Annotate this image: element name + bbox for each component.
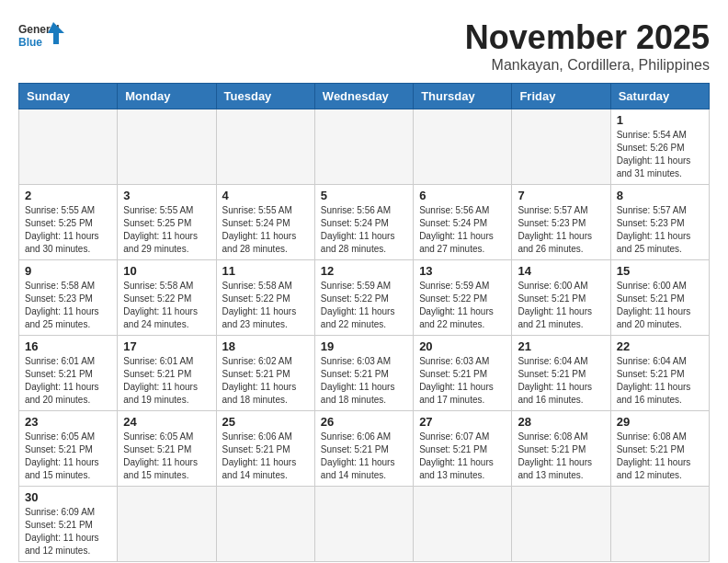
day-content: Sunrise: 6:06 AM Sunset: 5:21 PM Dayligh… [222,431,309,482]
day-content: Sunrise: 6:07 AM Sunset: 5:21 PM Dayligh… [419,431,506,482]
calendar-cell: 29Sunrise: 6:08 AM Sunset: 5:21 PM Dayli… [610,411,709,487]
day-number: 9 [25,264,111,278]
day-content: Sunrise: 6:08 AM Sunset: 5:21 PM Dayligh… [617,431,703,482]
calendar-cell: 24Sunrise: 6:05 AM Sunset: 5:21 PM Dayli… [118,411,216,487]
day-number: 6 [419,189,506,202]
calendar-week-row: 2Sunrise: 5:55 AM Sunset: 5:25 PM Daylig… [19,185,710,260]
calendar-cell [512,109,610,185]
day-content: Sunrise: 5:58 AM Sunset: 5:23 PM Dayligh… [25,280,111,331]
weekday-header-tuesday: Tuesday [216,84,314,109]
day-content: Sunrise: 5:58 AM Sunset: 5:22 PM Dayligh… [123,280,210,331]
calendar-cell: 22Sunrise: 6:04 AM Sunset: 5:21 PM Dayli… [610,336,709,411]
day-number: 27 [419,415,506,429]
day-number: 13 [419,264,506,278]
day-number: 24 [123,415,210,429]
location-subtitle: Mankayan, Cordillera, Philippines [465,57,710,74]
calendar-cell [414,109,512,185]
calendar-header-row: SundayMondayTuesdayWednesdayThursdayFrid… [19,84,710,109]
calendar-week-row: 1Sunrise: 5:54 AM Sunset: 5:26 PM Daylig… [19,109,710,185]
day-number: 8 [617,189,703,202]
day-content: Sunrise: 5:59 AM Sunset: 5:22 PM Dayligh… [321,280,407,331]
day-content: Sunrise: 6:00 AM Sunset: 5:21 PM Dayligh… [518,280,604,331]
calendar-week-row: 9Sunrise: 5:58 AM Sunset: 5:23 PM Daylig… [19,260,710,336]
calendar-cell: 12Sunrise: 5:59 AM Sunset: 5:22 PM Dayli… [314,260,413,336]
page-header: General Blue November 2025 Mankayan, Cor… [18,18,710,74]
day-number: 17 [123,339,210,353]
day-number: 23 [25,415,111,429]
calendar-cell [216,487,314,562]
calendar-cell: 26Sunrise: 6:06 AM Sunset: 5:21 PM Dayli… [314,411,413,487]
calendar-cell: 1Sunrise: 5:54 AM Sunset: 5:26 PM Daylig… [610,109,709,185]
calendar-cell [216,109,314,185]
calendar-cell [610,487,709,562]
day-number: 15 [617,264,703,278]
day-content: Sunrise: 6:04 AM Sunset: 5:21 PM Dayligh… [518,355,604,407]
calendar-cell: 6Sunrise: 5:56 AM Sunset: 5:24 PM Daylig… [414,185,512,260]
day-number: 12 [321,264,407,278]
day-number: 18 [222,339,309,353]
calendar-cell [512,487,610,562]
calendar-week-row: 23Sunrise: 6:05 AM Sunset: 5:21 PM Dayli… [19,411,710,487]
month-title: November 2025 [465,18,710,57]
calendar-cell: 10Sunrise: 5:58 AM Sunset: 5:22 PM Dayli… [118,260,216,336]
day-content: Sunrise: 5:59 AM Sunset: 5:22 PM Dayligh… [419,280,506,331]
day-number: 21 [518,339,604,353]
weekday-header-saturday: Saturday [610,84,709,109]
day-content: Sunrise: 6:05 AM Sunset: 5:21 PM Dayligh… [25,431,111,482]
calendar-cell: 4Sunrise: 5:55 AM Sunset: 5:24 PM Daylig… [216,185,314,260]
day-content: Sunrise: 5:57 AM Sunset: 5:23 PM Dayligh… [617,204,703,256]
day-content: Sunrise: 5:55 AM Sunset: 5:25 PM Dayligh… [25,204,111,256]
calendar-cell: 21Sunrise: 6:04 AM Sunset: 5:21 PM Dayli… [512,336,610,411]
calendar-week-row: 30Sunrise: 6:09 AM Sunset: 5:21 PM Dayli… [19,487,710,562]
day-number: 14 [518,264,604,278]
day-number: 16 [25,339,111,353]
logo: General Blue [18,18,64,59]
day-number: 10 [123,264,210,278]
calendar-cell: 17Sunrise: 6:01 AM Sunset: 5:21 PM Dayli… [118,336,216,411]
calendar-cell [314,487,413,562]
calendar-cell: 5Sunrise: 5:56 AM Sunset: 5:24 PM Daylig… [314,185,413,260]
generalblue-logo-icon: General Blue [18,18,64,59]
day-content: Sunrise: 6:08 AM Sunset: 5:21 PM Dayligh… [518,431,604,482]
title-section: November 2025 Mankayan, Cordillera, Phil… [465,18,710,74]
day-content: Sunrise: 6:04 AM Sunset: 5:21 PM Dayligh… [617,355,703,407]
calendar-week-row: 16Sunrise: 6:01 AM Sunset: 5:21 PM Dayli… [19,336,710,411]
weekday-header-wednesday: Wednesday [314,84,413,109]
calendar-cell: 18Sunrise: 6:02 AM Sunset: 5:21 PM Dayli… [216,336,314,411]
weekday-header-thursday: Thursday [414,84,512,109]
day-content: Sunrise: 5:55 AM Sunset: 5:25 PM Dayligh… [123,204,210,256]
day-number: 25 [222,415,309,429]
calendar-cell: 20Sunrise: 6:03 AM Sunset: 5:21 PM Dayli… [414,336,512,411]
calendar-cell: 28Sunrise: 6:08 AM Sunset: 5:21 PM Dayli… [512,411,610,487]
calendar-cell [314,109,413,185]
weekday-header-monday: Monday [118,84,216,109]
day-content: Sunrise: 6:02 AM Sunset: 5:21 PM Dayligh… [222,355,309,407]
day-content: Sunrise: 5:54 AM Sunset: 5:26 PM Dayligh… [617,129,703,180]
day-content: Sunrise: 6:05 AM Sunset: 5:21 PM Dayligh… [123,431,210,482]
day-content: Sunrise: 6:09 AM Sunset: 5:21 PM Dayligh… [25,506,111,557]
day-content: Sunrise: 6:00 AM Sunset: 5:21 PM Dayligh… [617,280,703,331]
calendar-cell: 8Sunrise: 5:57 AM Sunset: 5:23 PM Daylig… [610,185,709,260]
calendar-cell: 13Sunrise: 5:59 AM Sunset: 5:22 PM Dayli… [414,260,512,336]
calendar-cell: 27Sunrise: 6:07 AM Sunset: 5:21 PM Dayli… [414,411,512,487]
day-content: Sunrise: 5:57 AM Sunset: 5:23 PM Dayligh… [518,204,604,256]
calendar-cell [19,109,118,185]
calendar-table: SundayMondayTuesdayWednesdayThursdayFrid… [18,83,710,562]
calendar-cell [118,109,216,185]
day-number: 11 [222,264,309,278]
svg-text:Blue: Blue [18,36,42,49]
day-number: 28 [518,415,604,429]
calendar-cell: 30Sunrise: 6:09 AM Sunset: 5:21 PM Dayli… [19,487,118,562]
calendar-cell: 16Sunrise: 6:01 AM Sunset: 5:21 PM Dayli… [19,336,118,411]
weekday-header-sunday: Sunday [19,84,118,109]
day-number: 1 [617,113,703,127]
calendar-cell: 11Sunrise: 5:58 AM Sunset: 5:22 PM Dayli… [216,260,314,336]
day-content: Sunrise: 5:56 AM Sunset: 5:24 PM Dayligh… [419,204,506,256]
day-number: 26 [321,415,407,429]
calendar-cell: 25Sunrise: 6:06 AM Sunset: 5:21 PM Dayli… [216,411,314,487]
calendar-cell: 14Sunrise: 6:00 AM Sunset: 5:21 PM Dayli… [512,260,610,336]
calendar-cell: 15Sunrise: 6:00 AM Sunset: 5:21 PM Dayli… [610,260,709,336]
day-number: 22 [617,339,703,353]
day-number: 3 [123,189,210,202]
calendar-cell [118,487,216,562]
